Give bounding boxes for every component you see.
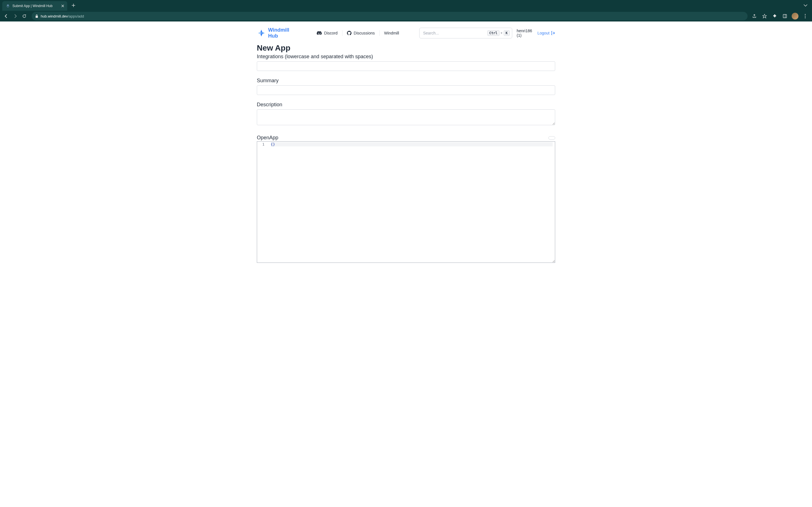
kbd-k: K — [504, 30, 510, 36]
reload-button[interactable] — [20, 12, 28, 20]
nav-windmill[interactable]: Windmill — [380, 29, 404, 38]
svg-rect-0 — [36, 16, 38, 18]
extensions-button[interactable] — [771, 13, 778, 19]
windmill-logo-icon — [257, 29, 266, 38]
code-editor[interactable]: 1 {} — [257, 141, 555, 263]
kbd-ctrl: Ctrl — [487, 30, 500, 36]
url-text: hub.windmill.dev/apps/add — [41, 14, 84, 18]
sidepanel-button[interactable] — [782, 13, 788, 19]
openapp-label: OpenApp — [257, 135, 278, 141]
nav-discord-label: Discord — [324, 31, 337, 35]
address-bar[interactable]: hub.windmill.dev/apps/add — [32, 12, 748, 20]
lock-icon — [35, 14, 39, 18]
integrations-label: Integrations (lowercase and separated wi… — [257, 54, 555, 60]
windmill-favicon-icon — [6, 4, 10, 8]
top-nav: Windmill Hub Discord Discussions — [257, 27, 555, 39]
nav-links: Discord Discussions Windmill — [312, 29, 403, 38]
code-text: {} — [271, 142, 275, 147]
page-title: New App — [257, 44, 555, 53]
tabs-dropdown-button[interactable] — [801, 3, 810, 8]
line-numbers: 1 — [257, 142, 268, 263]
logout-label: Logout — [538, 31, 550, 35]
svg-point-4 — [805, 16, 806, 17]
profile-avatar[interactable] — [792, 13, 799, 19]
forward-button[interactable] — [11, 12, 19, 20]
menu-button[interactable] — [802, 13, 809, 19]
summary-label: Summary — [257, 78, 555, 83]
openapp-toggle[interactable] — [548, 136, 555, 139]
close-tab-button[interactable] — [60, 4, 65, 8]
tab-title: Submit App | Windmill Hub — [12, 4, 58, 8]
description-input[interactable] — [257, 109, 555, 125]
summary-input[interactable] — [257, 86, 555, 95]
logo-link[interactable]: Windmill Hub — [257, 27, 296, 39]
username-display: henri186 (1) — [517, 29, 534, 38]
nav-discussions-label: Discussions — [354, 31, 375, 35]
integrations-input[interactable] — [257, 61, 555, 71]
description-label: Description — [257, 102, 555, 108]
kbd-plus: + — [501, 31, 503, 35]
discord-icon — [317, 31, 322, 35]
bookmark-button[interactable] — [761, 13, 768, 19]
nav-discord[interactable]: Discord — [312, 29, 342, 38]
tab-bar: Submit App | Windmill Hub — [0, 0, 812, 11]
search-box[interactable]: Search... Ctrl + K — [419, 28, 512, 39]
search-placeholder: Search... — [423, 31, 487, 35]
nav-discussions[interactable]: Discussions — [342, 29, 379, 38]
logout-link[interactable]: Logout — [538, 31, 555, 35]
svg-point-3 — [805, 14, 806, 15]
page-container: Windmill Hub Discord Discussions — [253, 21, 559, 269]
browser-actions — [751, 13, 810, 19]
openapp-header: OpenApp — [257, 135, 555, 141]
share-button[interactable] — [751, 13, 758, 19]
browser-chrome: Submit App | Windmill Hub — [0, 0, 812, 21]
back-button[interactable] — [2, 12, 10, 20]
address-bar-row: hub.windmill.dev/apps/add — [0, 11, 812, 21]
logout-icon — [551, 31, 555, 35]
line-number-1: 1 — [261, 142, 264, 147]
svg-point-5 — [805, 17, 806, 18]
nav-windmill-label: Windmill — [384, 31, 399, 35]
github-icon — [347, 31, 352, 35]
new-tab-button[interactable] — [69, 1, 77, 9]
user-section: henri186 (1) Logout — [517, 29, 555, 38]
svg-rect-1 — [783, 14, 787, 18]
browser-tab-active[interactable]: Submit App | Windmill Hub — [2, 1, 67, 11]
code-content[interactable]: {} — [268, 142, 555, 263]
logo-text: Windmill Hub — [268, 27, 296, 39]
